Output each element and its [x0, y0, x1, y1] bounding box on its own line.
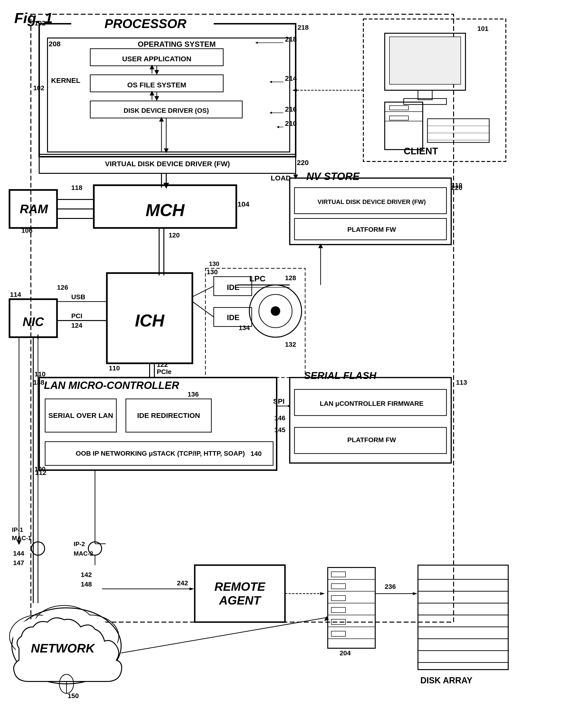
network-label: NETWORK: [31, 641, 95, 655]
svg-text:136: 136: [188, 391, 199, 398]
svg-rect-131: [331, 595, 345, 601]
svg-rect-129: [331, 572, 345, 577]
svg-line-74: [192, 286, 214, 297]
processor-label: PROCESSOR: [104, 16, 186, 31]
svg-point-77: [259, 294, 292, 328]
svg-text:138: 138: [33, 379, 44, 386]
svg-point-156: [59, 674, 74, 693]
vddd-label: VIRTUAL DISK DEVICE DRIVER (FW): [43, 155, 292, 172]
svg-marker-121: [320, 592, 325, 595]
svg-point-155: [37, 609, 91, 645]
svg-marker-186: [17, 540, 21, 545]
svg-text:118: 118: [71, 184, 82, 191]
os-label: OPERATING SYSTEM: [138, 40, 216, 49]
svg-rect-173: [390, 116, 408, 120]
svg-line-159: [121, 617, 328, 653]
ref-218: 218: [298, 24, 309, 31]
svg-marker-160: [324, 616, 329, 621]
svg-marker-137: [413, 592, 418, 595]
svg-marker-29: [164, 148, 169, 153]
svg-marker-18: [255, 42, 258, 44]
svg-text:CLIENT: CLIENT: [404, 146, 438, 156]
svg-text:110: 110: [109, 364, 120, 372]
svg-text:124: 124: [71, 322, 82, 329]
svg-text:145: 145: [274, 426, 286, 434]
svg-rect-133: [331, 619, 345, 625]
svg-marker-7: [154, 70, 159, 75]
svg-text:218: 218: [285, 35, 297, 43]
svg-rect-130: [331, 584, 345, 589]
disk-array-label: DISK ARRAY: [420, 675, 472, 686]
svg-point-113: [31, 542, 45, 555]
svg-text:MAC-1: MAC-1: [12, 534, 31, 542]
oob-label: OOB IP NETWORKING μSTACK (TCP/IP, HTTP, …: [47, 444, 273, 463]
nv-store-label: NV STORE: [306, 170, 360, 182]
svg-text:106: 106: [21, 227, 33, 234]
svg-text:104: 104: [237, 200, 249, 208]
svg-point-76: [249, 285, 301, 337]
svg-text:150: 150: [68, 692, 79, 699]
svg-text:148: 148: [81, 581, 92, 588]
svg-text:120: 120: [169, 232, 180, 239]
svg-text:142: 142: [81, 571, 92, 579]
svg-rect-167: [418, 90, 432, 100]
svg-marker-37: [163, 183, 169, 189]
ref-110-ich: 110: [35, 371, 46, 378]
os-fs-label: OS FILE SYSTEM: [92, 78, 221, 92]
svg-text:210: 210: [285, 120, 297, 127]
svg-marker-58: [318, 244, 323, 248]
svg-marker-12: [154, 96, 159, 101]
svg-text:114: 114: [10, 291, 21, 298]
mch-label: MCH: [97, 193, 233, 227]
svg-text:113: 113: [456, 379, 467, 386]
svg-rect-134: [331, 631, 345, 636]
svg-rect-122: [328, 567, 375, 648]
svg-text:MAC-2: MAC-2: [74, 550, 93, 557]
svg-marker-53: [293, 174, 298, 179]
diagram-container: 208 218 214 216 210: [0, 0, 588, 714]
svg-text:101: 101: [477, 25, 488, 32]
svg-text:134: 134: [239, 324, 250, 332]
svg-text:102: 102: [33, 84, 44, 92]
svg-text:LOAD: LOAD: [271, 174, 291, 182]
svg-text:214: 214: [285, 74, 297, 82]
ide-bottom-label: IDE: [216, 310, 251, 325]
lan-mc-label: LAN MICRO-CONTROLLER: [44, 379, 179, 391]
ich-label: ICH: [109, 285, 190, 356]
svg-marker-117: [190, 587, 194, 590]
ref-110-nv: 110: [451, 182, 462, 189]
ref-102: 102: [35, 19, 46, 27]
svg-rect-139: [418, 565, 508, 670]
svg-text:126: 126: [57, 284, 68, 291]
svg-rect-172: [390, 106, 408, 110]
remote-agent-label: REMOTE AGENT: [197, 569, 282, 618]
svg-rect-168: [404, 99, 446, 104]
svg-rect-166: [390, 37, 461, 84]
svg-marker-180: [292, 89, 297, 92]
svg-text:LPC: LPC: [249, 274, 266, 283]
svg-rect-174: [427, 119, 489, 143]
nv-platfw-label: PLATFORM FW: [297, 220, 446, 239]
svg-text:216: 216: [285, 105, 297, 113]
svg-point-78: [271, 306, 280, 316]
svg-text:SPI: SPI: [273, 397, 285, 405]
svg-text:146: 146: [274, 414, 286, 422]
svg-rect-169: [385, 102, 423, 150]
nv-vddd-label: VIRTUAL DISK DEVICE DRIVER (FW): [297, 190, 446, 214]
ref-100: 100: [35, 465, 46, 473]
svg-rect-132: [331, 607, 345, 613]
svg-marker-21: [270, 81, 272, 83]
svg-marker-27: [277, 126, 279, 128]
svg-text:144: 144: [13, 550, 24, 557]
svg-point-112: [88, 542, 102, 555]
nic-label: NIC: [12, 308, 55, 336]
sol-label: SERIAL OVER LAN: [47, 401, 114, 430]
svg-line-75: [192, 301, 214, 317]
svg-text:122: 122: [157, 361, 168, 368]
svg-rect-163: [363, 19, 506, 162]
serial-flash-label: SERIAL FLASH: [304, 370, 376, 381]
disk-driver-label: DISK DEVICE DRIVER (OS): [92, 104, 240, 118]
user-app-label: USER APPLICATION: [92, 52, 221, 66]
lan-uc-fw-label: LAN μCONTROLLER FIRMWARE: [297, 392, 446, 416]
svg-text:147: 147: [13, 559, 24, 567]
